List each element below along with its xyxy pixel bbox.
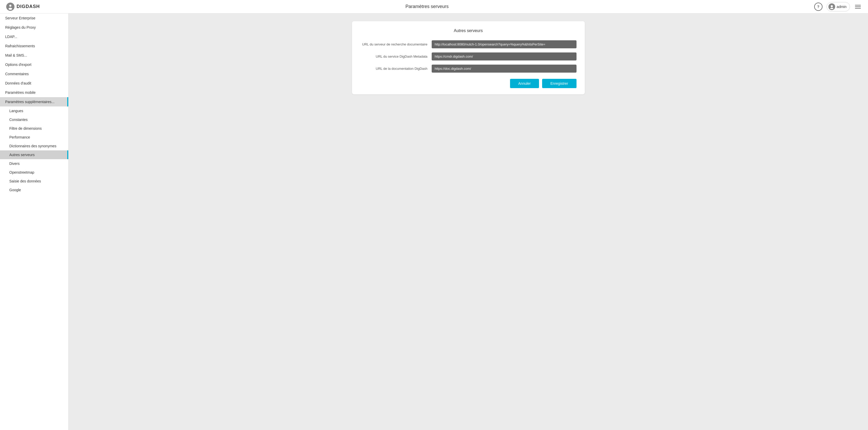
sidebar-item-dictionnaires-synonymes[interactable]: Dictionnaires des synonymes: [0, 142, 68, 151]
sidebar-item-options-export[interactable]: Options d'export: [0, 60, 68, 69]
svg-point-4: [830, 8, 833, 9]
sidebar-item-mail-sms[interactable]: Mail & SMS...: [0, 51, 68, 60]
sidebar-item-serveur-enterprise[interactable]: Serveur Enterprise: [0, 13, 68, 23]
input-recherche[interactable]: [432, 40, 577, 48]
svg-point-3: [831, 5, 833, 7]
sidebar-item-commentaires[interactable]: Commentaires: [0, 69, 68, 78]
cancel-button[interactable]: Annuler: [510, 79, 539, 88]
form-row-metadata: URL du service DigDash Metadata: [360, 53, 577, 61]
autres-serveurs-card: Autres serveurs URL du serveur de recher…: [352, 21, 585, 94]
card-actions: Annuler Enregistrer: [360, 79, 577, 88]
save-button[interactable]: Enregistrer: [542, 79, 576, 88]
hamburger-button[interactable]: [854, 4, 862, 9]
logo-text: DIGDASH: [17, 4, 40, 9]
header: DIGDASH Paramètres serveurs ? admin: [0, 0, 868, 13]
main-layout: Serveur EnterpriseRéglages du ProxyLDAP.…: [0, 13, 868, 430]
help-button[interactable]: ?: [814, 3, 823, 11]
sidebar-item-performance[interactable]: Performance: [0, 133, 68, 142]
hamburger-line-1: [855, 5, 861, 5]
sidebar-item-google[interactable]: Google: [0, 186, 68, 194]
sidebar-item-parametres-supplementaires[interactable]: Paramètres supplémentaires...: [0, 97, 68, 106]
sidebar-item-openstreetmap[interactable]: Openstreetmap: [0, 168, 68, 177]
form-row-documentation: URL de la documentation DigDash: [360, 65, 577, 73]
logo-container: DIGDASH: [6, 3, 40, 11]
label-documentation: URL de la documentation DigDash: [360, 67, 428, 71]
user-menu-button[interactable]: admin: [827, 2, 850, 11]
svg-point-1: [9, 5, 11, 7]
sidebar-item-rafraichissements[interactable]: Rafraichissements: [0, 41, 68, 51]
sidebar-item-ldap[interactable]: LDAP...: [0, 32, 68, 41]
main-content: Autres serveurs URL du serveur de recher…: [68, 13, 868, 430]
card-title: Autres serveurs: [360, 28, 577, 33]
hamburger-line-2: [855, 6, 861, 7]
sidebar-item-autres-serveurs[interactable]: Autres serveurs: [0, 151, 68, 159]
label-recherche: URL du serveur de recherche documentaire: [360, 42, 428, 46]
input-metadata[interactable]: [432, 53, 577, 61]
label-metadata: URL du service DigDash Metadata: [360, 55, 428, 58]
header-right: ? admin: [814, 2, 862, 11]
svg-point-2: [8, 8, 12, 10]
user-avatar: [829, 3, 835, 10]
sidebar-item-parametres-mobile[interactable]: Paramètres mobile: [0, 88, 68, 97]
form-row-recherche: URL du serveur de recherche documentaire: [360, 40, 577, 48]
sidebar: Serveur EnterpriseRéglages du ProxyLDAP.…: [0, 13, 68, 430]
hamburger-line-3: [855, 8, 861, 8]
sidebar-item-donnees-audit[interactable]: Données d'audit: [0, 78, 68, 88]
sidebar-item-constantes[interactable]: Constantes: [0, 115, 68, 124]
sidebar-item-saisie-donnees[interactable]: Saisie des données: [0, 177, 68, 186]
sidebar-item-reglages-proxy[interactable]: Réglages du Proxy: [0, 23, 68, 32]
sidebar-item-filtre-dimensions[interactable]: Filtre de dimensions: [0, 124, 68, 133]
sidebar-item-langues[interactable]: Langues: [0, 106, 68, 115]
input-documentation[interactable]: [432, 65, 577, 73]
user-name-label: admin: [837, 5, 846, 9]
page-title: Paramètres serveurs: [405, 4, 448, 9]
sidebar-item-divers[interactable]: Divers: [0, 159, 68, 168]
logo-icon: [6, 3, 14, 11]
